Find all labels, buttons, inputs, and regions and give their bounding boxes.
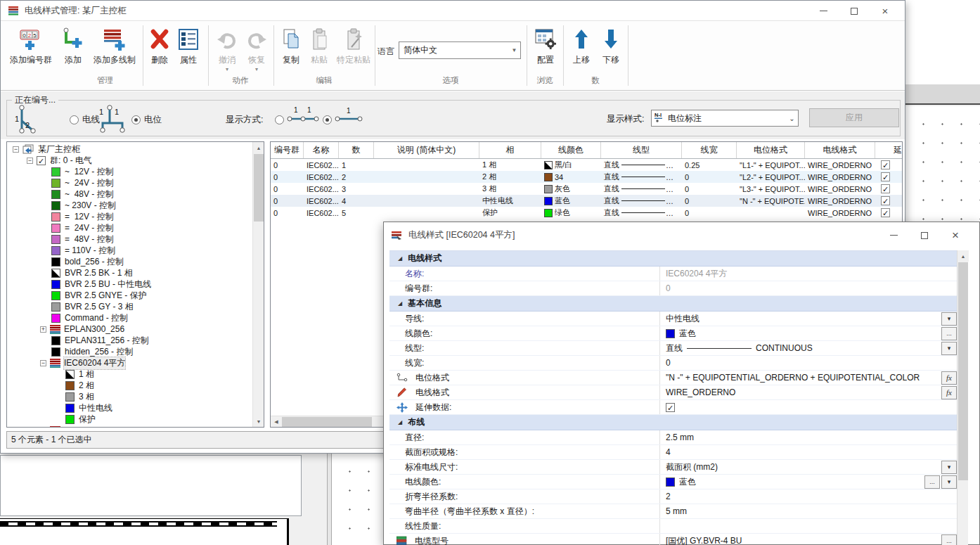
property-value-cell[interactable]: 5 mm [659, 504, 957, 518]
property-row[interactable]: 弯曲半径（弯曲半径系数 x 直径）:5 mm [389, 504, 957, 519]
main-titlebar[interactable]: 电线样式管理: 某厂主控柜 × [1, 1, 905, 21]
add-button[interactable]: 添加 [60, 26, 86, 72]
property-section-header[interactable]: ◢电线样式 [389, 251, 957, 267]
property-row[interactable]: 电缆型号[国优] GY.BVR-4 BU... [389, 534, 957, 545]
column-header[interactable]: 线宽 [682, 142, 737, 158]
property-value-cell[interactable]: WIRE_ORDERNOfx [659, 385, 957, 399]
column-header[interactable]: 编号群 [271, 142, 304, 158]
column-header[interactable]: 电线格式 [805, 142, 875, 158]
column-header[interactable]: 相 [479, 142, 541, 158]
expander-plus-icon[interactable]: + [40, 326, 46, 333]
property-value-cell[interactable]: 0 [659, 281, 957, 295]
tree-item[interactable]: 2 相 [7, 380, 252, 391]
tree-item[interactable]: EPLAN311_256 - 控制 [7, 335, 252, 346]
redo-dropdown-icon[interactable]: ▾ [255, 68, 258, 72]
property-row[interactable]: 编号群:0 [389, 281, 957, 296]
property-row[interactable]: 线型:直线CONTINUOUS▾ [389, 341, 957, 356]
wire-numbering-option[interactable]: 电线 [70, 114, 100, 126]
property-value-cell[interactable] [659, 519, 957, 533]
scroll-up-button[interactable]: ▲ [958, 250, 969, 262]
dialog-vertical-scrollbar[interactable]: ▲ [957, 250, 968, 545]
tree-item[interactable]: 保护 [7, 413, 252, 425]
property-value-cell[interactable]: 0 [659, 356, 957, 370]
property-row[interactable]: 线宽:0 [389, 356, 957, 371]
paste-special-button[interactable]: 特定粘贴 [333, 26, 375, 72]
property-value-cell[interactable]: "N -" + EQUIPOTENTIAL_ORDERNO + EQUIPOTE… [659, 371, 957, 385]
property-row[interactable]: 截面积或规格:4 [389, 445, 957, 460]
dialog-minimize-button[interactable] [878, 226, 909, 245]
property-row[interactable]: 电线格式WIRE_ORDERNOfx [389, 385, 957, 400]
add-multiwire-button[interactable]: 添加多线制 [88, 26, 141, 72]
value-checkbox[interactable]: ✓ [666, 403, 675, 412]
property-section-header[interactable]: ◢基本信息 [389, 296, 957, 312]
tree-item[interactable]: BVR 2.5 BU - 中性电线 [7, 278, 252, 290]
tree-item[interactable]: 中性电线 [7, 402, 252, 413]
column-header[interactable]: 说明 (简体中文) [374, 142, 479, 158]
section-collapse-icon[interactable]: ◢ [398, 419, 402, 425]
section-collapse-icon[interactable]: ◢ [398, 300, 402, 307]
dropdown-button[interactable]: ▾ [941, 461, 957, 474]
extended-data-checkbox[interactable]: ✓ [881, 196, 890, 205]
property-row[interactable]: 电线颜色:蓝色...▾ [389, 475, 957, 489]
expander-minus-icon[interactable]: − [27, 158, 33, 164]
property-value-cell[interactable]: IEC60204 4平方 [659, 267, 957, 281]
potential-numbering-option[interactable]: 电位 [131, 114, 162, 126]
chevron-down-icon[interactable]: ⌄ [786, 110, 798, 126]
property-value-cell[interactable]: 2 [659, 489, 957, 504]
table-row[interactable]: 0IEC602...11 相黑/白直线…0.25"L1-" + EQUIPOT.… [271, 159, 902, 171]
property-value-cell[interactable]: 中性电线▾ [659, 312, 957, 326]
dropdown-button[interactable]: ▾ [941, 312, 957, 326]
dropdown-button[interactable]: ▾ [941, 342, 957, 355]
ellipsis-button[interactable]: ... [924, 475, 940, 489]
wire-radio[interactable] [70, 115, 79, 124]
display-mode-option-b[interactable] [323, 115, 332, 124]
tree-checkbox[interactable]: ✓ [37, 156, 46, 165]
extended-data-checkbox[interactable]: ✓ [881, 160, 890, 169]
property-row[interactable]: 标准电线尺寸:截面积 (mm2)▾ [389, 460, 957, 475]
tree-item[interactable]: 1 相 [7, 368, 252, 380]
ellipsis-button[interactable]: ... [941, 534, 957, 545]
property-value-cell[interactable]: 直线CONTINUOUS▾ [659, 341, 957, 355]
property-row[interactable]: 导线:中性电线▾ [389, 312, 957, 326]
move-up-button[interactable]: 上移 [567, 26, 595, 72]
tree-item[interactable]: bold_256 - 控制 [7, 256, 252, 267]
undo-dropdown-icon[interactable]: ▾ [226, 68, 228, 72]
display-mode-option-a[interactable] [275, 115, 284, 124]
dialog-maximize-button[interactable] [909, 226, 940, 245]
scroll-up-button[interactable]: ▲ [253, 142, 264, 153]
tree-item[interactable]: BVR 2.5 BK - 1 相 [7, 267, 252, 278]
scrollbar-thumb[interactable] [958, 262, 968, 480]
table-row[interactable]: 0IEC602...33 相灰色直线…0"L3-" + EQUIPOT...WI… [271, 183, 902, 195]
display-mode-a-radio[interactable] [275, 115, 284, 124]
scrollbar-thumb[interactable] [282, 417, 372, 427]
column-header[interactable]: 线颜色 [541, 142, 601, 158]
property-row[interactable]: 电位格式"N -" + EQUIPOTENTIAL_ORDERNO + EQUI… [389, 371, 957, 385]
tree-item[interactable]: ~ 12V - 控制 [7, 166, 252, 177]
add-number-group-button[interactable]: 025 添加编号群 [5, 26, 57, 72]
property-value-cell[interactable]: 截面积 (mm2)▾ [659, 460, 957, 474]
copy-button[interactable]: 复制 [278, 26, 304, 72]
expander-minus-icon[interactable]: − [13, 146, 19, 153]
table-row[interactable]: 0IEC602...22 相34直线…0"L2-" + EQUIPOT...WI… [271, 171, 902, 183]
display-mode-b-radio[interactable] [323, 115, 332, 124]
tree-item[interactable]: hidden_256 - 控制 [7, 346, 252, 357]
section-collapse-icon[interactable]: ◢ [398, 255, 402, 262]
dialog-titlebar[interactable]: 电线样式 [IEC60204 4平方] × [384, 222, 979, 248]
tree-item[interactable]: = 110V - 控制 [7, 245, 252, 256]
property-section-header[interactable]: ◢布线 [389, 415, 957, 430]
tree-item[interactable]: BVR 2.5 GY - 3 相 [7, 301, 252, 312]
configure-button[interactable]: 配置 [531, 26, 560, 72]
property-value-cell[interactable]: 蓝色...▾ [659, 475, 957, 489]
paste-button[interactable]: 粘贴 [306, 26, 333, 72]
property-row[interactable]: 延伸数据:✓ [389, 400, 957, 415]
apply-button[interactable]: 应用 [809, 108, 899, 127]
language-select[interactable]: 简体中文 ▼ [399, 41, 521, 59]
property-row[interactable]: 直径:2.5 mm [389, 430, 957, 445]
column-header[interactable]: 线型 [601, 142, 682, 158]
tree-item[interactable]: −某厂主控柜 [7, 143, 252, 155]
column-header[interactable]: 电位格式 [737, 142, 805, 158]
extended-data-checkbox[interactable]: ✓ [881, 184, 890, 193]
property-value-cell[interactable]: ✓ [659, 400, 957, 414]
redo-button[interactable]: 恢复 ▾ [243, 26, 271, 72]
dropdown-button[interactable]: ▾ [941, 475, 957, 489]
